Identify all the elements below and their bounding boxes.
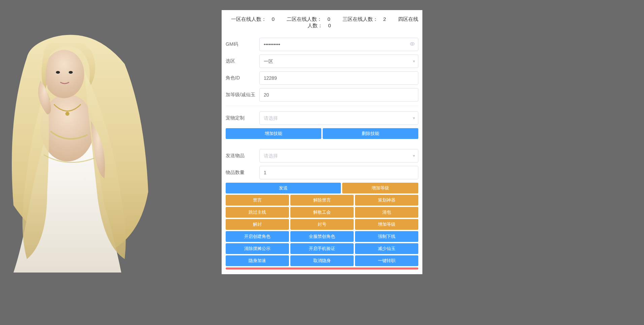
add-level-button[interactable]: 增加等级 <box>342 183 418 193</box>
pet-label: 宠物定制 <box>226 115 259 121</box>
svg-point-2 <box>56 71 60 74</box>
add-skill-button[interactable]: 增加技能 <box>226 128 321 139</box>
role-id-input[interactable] <box>259 71 418 85</box>
role-id-label: 角色ID <box>226 75 259 81</box>
forbid-create-button[interactable]: 全服禁创角色 <box>290 231 354 242</box>
one-key-job-button[interactable]: 一键转职 <box>355 255 418 266</box>
svg-point-6 <box>412 43 413 44</box>
dec-jade-button[interactable]: 减少仙玉 <box>355 243 418 254</box>
cancel-stealth-button[interactable]: 取消隐身 <box>290 255 354 266</box>
send-button[interactable]: 发送 <box>226 183 341 193</box>
divider <box>226 106 418 106</box>
force-offline-button[interactable]: 强制下线 <box>355 231 418 242</box>
svg-point-3 <box>69 71 73 74</box>
gm-code-label: GM码 <box>226 41 259 47</box>
clear-bag-button[interactable]: 清包 <box>355 207 418 218</box>
level-label: 加等级/减仙玉 <box>226 92 259 98</box>
unmute-button[interactable]: 解除禁言 <box>290 195 354 206</box>
mute-button[interactable]: 禁言 <box>226 195 289 206</box>
delete-skill-button[interactable]: 删除技能 <box>323 128 418 139</box>
level-input[interactable] <box>259 88 418 102</box>
zone2-status: 二区在线人数：0 <box>284 16 333 22</box>
svg-point-0 <box>40 94 94 161</box>
admin-panel: 一区在线人数：0 二区在线人数：0 三区在线人数：2 四区在线人数：0 GM码 … <box>222 10 422 274</box>
item-qty-input[interactable] <box>259 166 418 179</box>
zone1-status: 一区在线人数：0 <box>228 16 277 22</box>
eye-icon[interactable] <box>410 41 415 48</box>
svg-point-4 <box>65 112 69 116</box>
zone-label: 选区 <box>226 58 259 64</box>
svg-point-5 <box>410 43 414 45</box>
stealth-speed-button[interactable]: 隐身加速 <box>226 255 289 266</box>
send-item-label: 发送物品 <box>226 153 259 159</box>
item-qty-label: 物品数量 <box>226 170 259 176</box>
danger-button[interactable] <box>226 267 418 269</box>
plan-weapon-button[interactable]: 策划神器 <box>355 195 418 206</box>
svg-point-1 <box>44 50 84 98</box>
gm-code-input[interactable] <box>259 38 418 51</box>
unban-button[interactable]: 解封 <box>226 219 289 230</box>
open-create-button[interactable]: 开启创建角色 <box>226 231 289 242</box>
character-artwork <box>0 30 158 273</box>
ban-button[interactable]: 封号 <box>290 219 354 230</box>
pet-select[interactable]: 请选择 <box>259 111 418 125</box>
zone-select[interactable]: 一区 <box>259 55 418 68</box>
open-phone-button[interactable]: 开启手机验证 <box>290 243 354 254</box>
clear-stall-button[interactable]: 清除摆摊公示 <box>226 243 289 254</box>
item-select[interactable]: 请选择 <box>259 149 418 162</box>
zone3-status: 三区在线人数：2 <box>340 16 389 22</box>
online-status-bar: 一区在线人数：0 二区在线人数：0 三区在线人数：2 四区在线人数：0 <box>222 10 422 33</box>
disband-guild-button[interactable]: 解散工会 <box>290 207 354 218</box>
skip-main-button[interactable]: 跳过主线 <box>226 207 289 218</box>
add-level2-button[interactable]: 增加等级 <box>355 219 418 230</box>
